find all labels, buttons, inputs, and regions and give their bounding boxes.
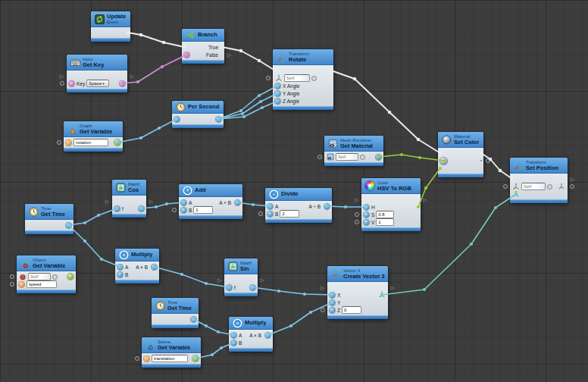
- node-row: H: [361, 203, 421, 211]
- float-port[interactable]: [152, 265, 157, 270]
- node-title: Get Time: [167, 305, 192, 312]
- node-header: TimeGet Time: [25, 204, 74, 220]
- float-port[interactable]: [66, 223, 71, 228]
- node-add[interactable]: +AddAA + BB1: [179, 184, 242, 219]
- node-gv-rotation[interactable]: GraphGet Variablerotation: [64, 121, 123, 152]
- target-indicator-icon: [547, 184, 552, 189]
- node-header: fxMathfCos: [112, 180, 146, 196]
- node-get-time-1[interactable]: TimeGet Time: [25, 204, 74, 234]
- node-header: ×Multiply: [229, 317, 273, 330]
- orange-port[interactable]: [66, 140, 71, 146]
- node-branch[interactable]: BranchTrueFalse▷: [182, 29, 224, 64]
- float-port[interactable]: [364, 212, 369, 218]
- float-port[interactable]: [364, 205, 369, 210]
- node-get-material[interactable]: Mesh RendererGet MaterialSelf: [324, 136, 383, 166]
- float-port[interactable]: [364, 220, 369, 225]
- float-port[interactable]: [275, 83, 280, 89]
- node-row: rotation: [64, 139, 123, 146]
- node-rotate[interactable]: TransformRotateSelfX AngleY AngleZ Angle: [273, 49, 333, 110]
- float-port[interactable]: [117, 272, 123, 277]
- float-port[interactable]: [216, 117, 221, 122]
- float-port[interactable]: [191, 317, 196, 322]
- self-field[interactable]: Self: [336, 153, 358, 161]
- float-port[interactable]: [265, 333, 271, 338]
- float-dot-icon: [330, 293, 335, 298]
- node-cos[interactable]: fxMathfCos▷▷f: [112, 180, 146, 218]
- value-field[interactable]: translation: [152, 355, 188, 362]
- green-port[interactable]: [67, 274, 74, 280]
- var-object-icon: [20, 258, 30, 268]
- float-port[interactable]: [275, 99, 280, 104]
- sphere-port[interactable]: [440, 158, 447, 164]
- node-multiply-2[interactable]: ×MultiplyAA × BB: [229, 317, 273, 352]
- node-sin[interactable]: fxMathfSin▷▷f: [224, 258, 258, 296]
- float-dot-icon: [114, 206, 120, 211]
- value-field[interactable]: 2: [280, 210, 299, 218]
- bool-port[interactable]: [69, 81, 74, 86]
- node-per-second[interactable]: Per Second: [172, 101, 224, 128]
- v3-port[interactable]: [378, 291, 386, 299]
- v3-port[interactable]: [558, 183, 565, 190]
- float-port[interactable]: [324, 204, 330, 209]
- port-label: f: [234, 285, 236, 290]
- value-field[interactable]: 0: [342, 306, 361, 314]
- orange-port[interactable]: [144, 356, 149, 362]
- value-field[interactable]: 0.8: [376, 211, 394, 218]
- node-multiply-1[interactable]: ×MultiplyAA × BB: [115, 249, 159, 283]
- float-port[interactable]: [174, 117, 180, 122]
- node-object-gv[interactable]: ObjectGet VariableSelfspeed: [17, 255, 76, 293]
- value-field[interactable]: Space▾: [86, 80, 109, 87]
- node-body: ▷▷f: [224, 274, 258, 293]
- float-port[interactable]: [330, 293, 335, 298]
- orange-port[interactable]: [19, 282, 24, 287]
- float-port[interactable]: [181, 208, 186, 213]
- node-get-time-2[interactable]: TimeGet Time: [152, 298, 199, 328]
- wire-update-event-out-to-branch-in: [127, 31, 186, 49]
- node-divide[interactable]: ÷DivideAA ÷ BB2: [265, 188, 332, 223]
- node-get-key[interactable]: InputGet Key▷▷KeySpace▾: [67, 55, 127, 92]
- node-title: Branch: [198, 32, 217, 38]
- float-port[interactable]: [267, 211, 273, 217]
- value-field[interactable]: speed: [27, 280, 57, 288]
- value-field[interactable]: rotation: [74, 139, 108, 146]
- self-field[interactable]: Self: [28, 273, 51, 280]
- float-port[interactable]: [114, 206, 120, 211]
- port-label: A × B: [249, 333, 261, 338]
- unconnected-value-stub: [317, 155, 322, 159]
- v3-port[interactable]: [512, 190, 520, 198]
- float-port[interactable]: [117, 265, 123, 270]
- float-port[interactable]: [267, 204, 273, 209]
- value-field[interactable]: 1: [193, 206, 213, 214]
- node-update-event[interactable]: UpdateEvent: [91, 11, 130, 42]
- float-port[interactable]: [275, 91, 280, 96]
- float-dot-icon: [275, 83, 280, 89]
- float-port[interactable]: [231, 333, 236, 338]
- node-footer: [229, 348, 273, 352]
- float-port[interactable]: [139, 206, 144, 211]
- float-port[interactable]: [227, 285, 232, 290]
- bool-port[interactable]: [120, 81, 125, 86]
- node-hsv[interactable]: ColorHSV To RGB▷▷HS0.8V1: [361, 178, 421, 231]
- float-port[interactable]: [235, 200, 240, 205]
- float-dot-icon: [364, 212, 369, 218]
- self-field[interactable]: Self: [284, 74, 310, 82]
- graph-canvas[interactable]: UpdateEventBranchTrueFalse▷InputGet Key▷…: [0, 0, 588, 382]
- float-port[interactable]: [376, 155, 381, 160]
- node-scene-gv[interactable]: SceneGet Variabletranslation: [142, 337, 201, 368]
- float-port[interactable]: [181, 200, 186, 205]
- green-port[interactable]: [192, 355, 199, 362]
- bool-port[interactable]: [184, 52, 189, 58]
- value-field[interactable]: 1: [376, 218, 394, 226]
- port-label: A: [239, 333, 242, 338]
- float-port[interactable]: [231, 340, 236, 346]
- node-titles: Vector 3Create Vector 3: [343, 268, 385, 280]
- green-port[interactable]: [114, 139, 120, 146]
- float-port[interactable]: [250, 285, 255, 290]
- float-dot-icon: [152, 265, 157, 270]
- node-set-color[interactable]: MaterialSet Color: [438, 132, 483, 177]
- float-port[interactable]: [330, 300, 335, 305]
- node-set-position[interactable]: TransformSet Position▷Self: [510, 158, 568, 203]
- node-create-v3[interactable]: Vector 3Create Vector 3▷▷XYZ0: [327, 266, 388, 319]
- self-field[interactable]: Self: [521, 183, 546, 190]
- float-port[interactable]: [330, 308, 335, 313]
